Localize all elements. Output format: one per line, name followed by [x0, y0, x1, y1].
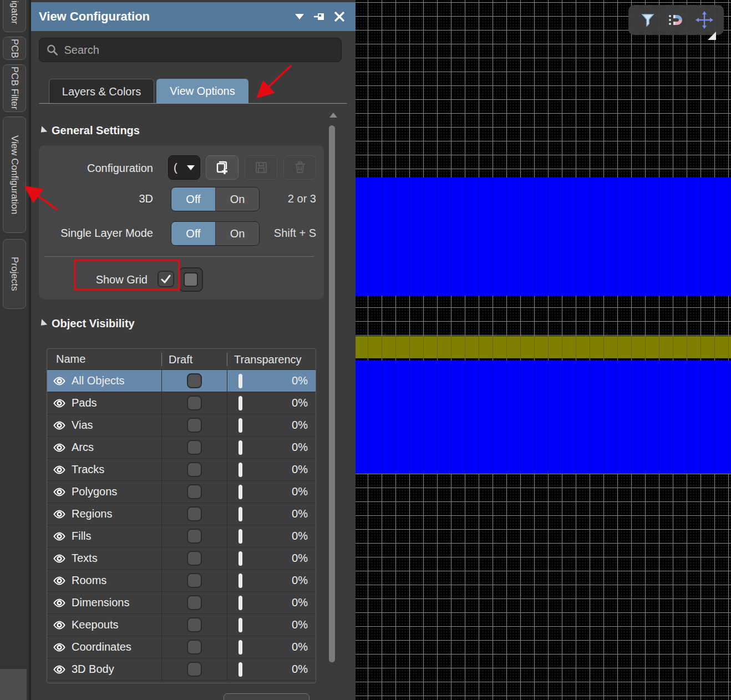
save-configuration-button[interactable] — [245, 155, 277, 180]
draft-toggle[interactable] — [187, 662, 202, 677]
snap-magnet-button[interactable] — [666, 10, 686, 30]
3d-off-button[interactable]: Off — [171, 187, 215, 211]
draft-toggle[interactable] — [187, 484, 202, 499]
general-settings-header[interactable]: General Settings — [39, 124, 140, 137]
3d-on-button[interactable]: On — [215, 187, 259, 211]
sidebar-item-projects[interactable]: Projects — [3, 239, 26, 309]
object-visibility-header[interactable]: Object Visibility — [39, 317, 135, 330]
transparency-slider-handle[interactable] — [238, 507, 242, 521]
draft-toggle[interactable] — [187, 573, 202, 588]
transparency-slider-handle[interactable] — [238, 396, 242, 410]
draft-toggle[interactable] — [187, 551, 202, 566]
transparency-slider-handle[interactable] — [238, 640, 242, 655]
table-row[interactable]: 3D Body0% — [47, 658, 316, 681]
collapse-triangle-icon — [38, 126, 47, 135]
transparency-slider-handle[interactable] — [238, 463, 242, 477]
sidebar-item-pcb[interactable]: PCB — [3, 37, 26, 60]
transparency-slider-handle[interactable] — [238, 440, 242, 455]
draft-toggle[interactable] — [187, 373, 202, 388]
visibility-eye-icon[interactable] — [53, 530, 66, 543]
visibility-eye-icon[interactable] — [53, 374, 66, 388]
advanced-button[interactable]: Advanced — [224, 693, 309, 700]
olive-band[interactable] — [356, 336, 731, 358]
visibility-eye-icon[interactable] — [53, 552, 66, 565]
visibility-eye-icon[interactable] — [53, 397, 66, 410]
tab-view-options[interactable]: View Options — [156, 79, 248, 104]
table-row[interactable]: Polygons0% — [47, 481, 316, 503]
new-configuration-button[interactable] — [206, 155, 238, 180]
single-layer-off-button[interactable]: Off — [171, 222, 215, 245]
transparency-slider-handle[interactable] — [238, 551, 242, 566]
draft-toggle[interactable] — [187, 595, 202, 610]
sidebar-item-pcb-filter[interactable]: PCB Filter — [3, 64, 26, 112]
object-name-cell: 3D Body — [47, 658, 161, 680]
pin-button[interactable] — [311, 8, 328, 25]
transparency-slider-handle[interactable] — [238, 529, 242, 544]
filter-icon — [639, 12, 656, 28]
visibility-eye-icon[interactable] — [53, 419, 66, 432]
canvas-toolbar — [628, 5, 724, 35]
visibility-eye-icon[interactable] — [53, 641, 66, 654]
transparency-slider-handle[interactable] — [238, 374, 242, 388]
single-layer-on-button[interactable]: On — [215, 222, 259, 245]
draft-toggle[interactable] — [187, 506, 202, 521]
sidebar-item-navigator[interactable]: igator — [3, 0, 26, 32]
delete-configuration-button[interactable] — [283, 155, 316, 180]
transparency-slider-handle[interactable] — [238, 662, 242, 677]
pcb-canvas[interactable] — [356, 0, 731, 700]
table-row[interactable]: Coordinates0% — [47, 636, 316, 658]
transparency-slider-handle[interactable] — [238, 418, 242, 433]
transparency-value: 0% — [242, 419, 308, 432]
table-row[interactable]: Rooms0% — [47, 570, 316, 592]
visibility-eye-icon[interactable] — [53, 508, 66, 521]
table-row[interactable]: Tracks0% — [47, 459, 316, 481]
configuration-dropdown[interactable]: ( — [168, 155, 200, 180]
transparency-cell: 0% — [227, 636, 316, 658]
visibility-eye-icon[interactable] — [53, 485, 66, 499]
sidebar-item-view-configuration[interactable]: View Configuration — [3, 116, 26, 233]
visibility-eye-icon[interactable] — [53, 441, 66, 454]
table-row[interactable]: Dimensions0% — [47, 592, 316, 614]
draft-toggle[interactable] — [187, 617, 202, 632]
toolbar-resize-corner[interactable] — [708, 32, 716, 40]
tab-layers-and-colors[interactable]: Layers & Colors — [49, 79, 154, 104]
panel-menu-button[interactable] — [291, 8, 308, 25]
move-button[interactable] — [694, 10, 714, 30]
search-input[interactable] — [64, 44, 335, 57]
search-box[interactable] — [39, 38, 342, 62]
transparency-slider-handle[interactable] — [238, 574, 242, 588]
table-row[interactable]: Keepouts0% — [47, 614, 316, 636]
table-row[interactable]: Pads0% — [47, 392, 316, 414]
transparency-slider-handle[interactable] — [238, 618, 242, 632]
draft-toggle[interactable] — [187, 395, 202, 410]
table-row[interactable]: Arcs0% — [47, 437, 316, 459]
transparency-value: 0% — [242, 463, 308, 476]
scrollbar-up-arrow[interactable] — [329, 113, 337, 118]
table-row[interactable]: Texts0% — [47, 547, 316, 570]
table-row[interactable]: Regions0% — [47, 503, 316, 525]
table-row[interactable]: Vias0% — [47, 414, 316, 437]
visibility-eye-icon[interactable] — [53, 618, 66, 632]
draft-toggle[interactable] — [187, 529, 202, 544]
transparency-slider-handle[interactable] — [238, 596, 242, 610]
grid-color-swatch[interactable] — [179, 267, 203, 292]
visibility-eye-icon[interactable] — [53, 596, 66, 610]
table-row[interactable]: Fills0% — [47, 525, 316, 547]
table-row[interactable]: All Objects0% — [47, 370, 316, 392]
show-grid-checkbox[interactable] — [158, 271, 174, 287]
visibility-eye-icon[interactable] — [53, 463, 66, 476]
close-button[interactable] — [331, 8, 348, 25]
transparency-slider-handle[interactable] — [238, 485, 242, 499]
draft-toggle[interactable] — [187, 418, 202, 433]
blue-band-bottom[interactable] — [356, 361, 731, 474]
blue-band-top[interactable] — [356, 177, 731, 296]
draft-toggle[interactable] — [187, 640, 202, 655]
scrollbar-thumb[interactable] — [329, 125, 335, 662]
visibility-eye-icon[interactable] — [53, 574, 66, 587]
object-name-cell: Tracks — [47, 459, 161, 480]
column-header-transparency: Transparency — [227, 353, 316, 366]
visibility-eye-icon[interactable] — [53, 663, 66, 676]
filter-button[interactable] — [638, 10, 658, 30]
draft-toggle[interactable] — [187, 440, 202, 455]
draft-toggle[interactable] — [187, 462, 202, 477]
